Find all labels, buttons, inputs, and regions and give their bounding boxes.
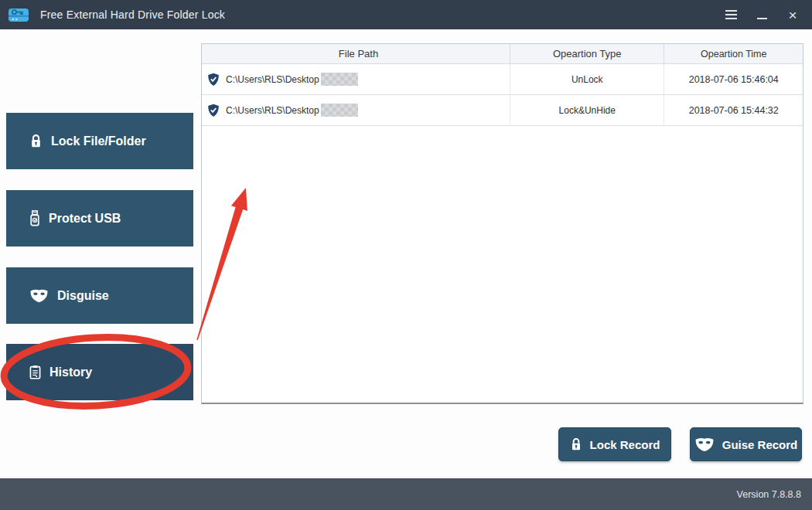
version-label: Version 7.8.8.8: [737, 489, 801, 500]
minimize-icon[interactable]: [752, 5, 772, 25]
redacted-pixelation: [321, 104, 358, 117]
table-row[interactable]: C:\Users\RLS\Desktop UnLock 2018-07-06 1…: [202, 64, 803, 95]
lock-icon: [29, 134, 43, 148]
action-button-label: Guise Record: [722, 438, 798, 451]
column-header-file-path[interactable]: File Path: [202, 44, 510, 63]
lock-record-button[interactable]: Lock Record: [558, 427, 671, 461]
table-row[interactable]: C:\Users\RLS\Desktop Lock&UnHide 2018-07…: [202, 95, 803, 126]
app-window: Free External Hard Drive Folder Lock × L…: [0, 0, 812, 510]
close-icon[interactable]: ×: [783, 5, 803, 25]
title-bar: Free External Hard Drive Folder Lock ×: [0, 0, 812, 29]
sidebar-item-protect-usb[interactable]: Protect USB: [6, 190, 193, 246]
operation-type-cell: Lock&UnHide: [510, 95, 664, 125]
redacted-pixelation: [321, 73, 358, 86]
sidebar-item-label: Protect USB: [49, 212, 121, 226]
hamburger-menu-icon[interactable]: [721, 5, 741, 25]
clipboard-icon: [29, 365, 41, 379]
guise-record-button[interactable]: Guise Record: [690, 427, 802, 461]
usb-drive-icon: [29, 210, 40, 226]
operation-time-cell: 2018-07-06 15:44:32: [664, 95, 803, 125]
history-table: File Path Opeartion Type Opeartion Time …: [201, 43, 803, 404]
mask-icon: [29, 288, 49, 303]
column-header-operation-time[interactable]: Opeartion Time: [664, 44, 803, 63]
sidebar-item-lock-file-folder[interactable]: Lock File/Folder: [6, 113, 193, 169]
shield-check-icon: [207, 104, 220, 117]
status-bar: Version 7.8.8.8: [0, 478, 812, 510]
sidebar-item-disguise[interactable]: Disguise: [6, 267, 193, 324]
sidebar-item-label: History: [49, 366, 92, 379]
mask-icon: [694, 437, 715, 452]
file-path-text: C:\Users\RLS\Desktop: [226, 105, 319, 116]
sidebar-item-history[interactable]: History: [6, 344, 193, 400]
window-controls: ×: [721, 5, 803, 25]
operation-time-cell: 2018-07-06 15:46:04: [664, 64, 803, 94]
shield-check-icon: [207, 73, 220, 87]
column-header-operation-type[interactable]: Opeartion Type: [510, 44, 664, 63]
hard-drive-key-icon: [8, 5, 29, 24]
table-header: File Path Opeartion Type Opeartion Time: [202, 44, 803, 64]
lock-icon: [570, 437, 582, 451]
file-path-text: C:\Users\RLS\Desktop: [226, 74, 319, 85]
sidebar-item-label: Lock File/Folder: [51, 134, 146, 148]
sidebar-item-label: Disguise: [57, 289, 109, 303]
action-button-label: Lock Record: [590, 438, 660, 451]
operation-type-cell: UnLock: [510, 64, 664, 94]
window-title: Free External Hard Drive Folder Lock: [40, 8, 225, 21]
